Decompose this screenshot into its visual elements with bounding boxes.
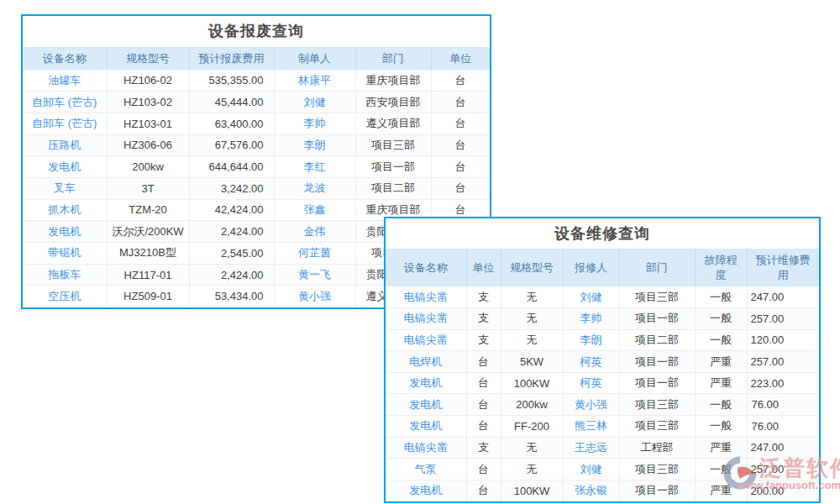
repair-cost-cell: 247.00 <box>747 437 819 459</box>
equipment-name-link[interactable]: 空压机 <box>23 286 107 307</box>
department-cell: 项目三部 <box>619 286 695 308</box>
spec-model-cell: 3T <box>107 177 189 199</box>
equipment-name-link[interactable]: 发电机 <box>386 394 466 416</box>
equipment-name-link[interactable]: 发电机 <box>23 156 107 178</box>
scrap-cost-cell: 3,242.00 <box>189 177 274 199</box>
unit-cell: 台 <box>466 394 501 416</box>
unit-cell: 台 <box>466 416 501 438</box>
creator-link[interactable]: 李朗 <box>274 134 355 156</box>
spec-model-cell: 200kw <box>501 394 563 416</box>
unit-cell: 台 <box>466 351 501 373</box>
table-row: 压路机HZ306-0667,576.00李朗项目三部台 <box>23 134 490 156</box>
repair-cost-cell: 257.00 <box>747 351 819 373</box>
creator-link[interactable]: 何芷茵 <box>274 243 355 265</box>
column-header-unit: 单位 <box>466 249 501 286</box>
creator-link[interactable]: 李红 <box>274 156 355 178</box>
equipment-name-link[interactable]: 发电机 <box>386 480 466 501</box>
repair-cost-cell: 76.00 <box>747 394 819 416</box>
column-header-equipment-name: 设备名称 <box>23 47 107 70</box>
creator-link[interactable]: 张鑫 <box>274 199 355 221</box>
scrap-cost-cell: 2,424.00 <box>189 221 274 243</box>
equipment-name-link[interactable]: 电焊机 <box>386 351 466 373</box>
scrap-header-row: 设备名称规格型号预计报废费用制单人部门单位 <box>23 47 490 70</box>
unit-cell: 台 <box>431 156 490 178</box>
equipment-name-link[interactable]: 电镐尖凿 <box>386 286 466 308</box>
equipment-name-link[interactable]: 电镐尖凿 <box>386 329 466 351</box>
equipment-name-link[interactable]: 发电机 <box>386 372 466 394</box>
repair-cost-cell: 257.00 <box>747 459 819 480</box>
equipment-name-link[interactable]: 发电机 <box>23 221 107 243</box>
department-cell: 工程部 <box>619 437 695 459</box>
department-cell: 遵义项目部 <box>355 113 431 134</box>
equipment-name-link[interactable]: 抓木机 <box>23 199 107 221</box>
spec-model-cell: 无 <box>501 437 563 459</box>
equipment-name-link[interactable]: 自卸车 (芒古) <box>23 92 107 113</box>
reporter-link[interactable]: 张永银 <box>563 480 619 501</box>
reporter-link[interactable]: 王志远 <box>563 437 619 459</box>
scrap-cost-cell: 2,424.00 <box>189 264 274 286</box>
spec-model-cell: FF-200 <box>501 416 563 438</box>
reporter-link[interactable]: 李帅 <box>563 308 619 330</box>
reporter-link[interactable]: 熊三林 <box>563 416 619 438</box>
table-row: 发电机台200kw黄小强项目三部一般76.00 <box>386 394 819 416</box>
scrap-cost-cell: 45,444.00 <box>189 92 274 113</box>
equipment-name-link[interactable]: 油罐车 <box>23 70 107 92</box>
reporter-link[interactable]: 柯英 <box>563 372 619 394</box>
equipment-name-link[interactable]: 压路机 <box>23 134 107 156</box>
table-row: 发电机台100KW张永银项目一部严重200.00 <box>386 480 819 501</box>
fault-level-cell: 一般 <box>695 286 747 308</box>
column-header-reporter: 报修人 <box>563 249 619 286</box>
unit-cell: 台 <box>466 372 501 394</box>
reporter-link[interactable]: 刘健 <box>563 286 619 308</box>
column-header-unit: 单位 <box>431 47 490 70</box>
equipment-name-link[interactable]: 电镐尖凿 <box>386 437 466 459</box>
unit-cell: 支 <box>466 308 501 330</box>
fault-level-cell: 严重 <box>695 372 747 394</box>
equipment-name-link[interactable]: 电镐尖凿 <box>386 308 466 330</box>
spec-model-cell: 200kw <box>107 156 189 178</box>
department-cell: 项目二部 <box>619 329 695 351</box>
creator-link[interactable]: 金伟 <box>274 221 355 243</box>
unit-cell: 台 <box>431 113 490 134</box>
department-cell: 项目三部 <box>619 459 695 480</box>
creator-link[interactable]: 林康平 <box>274 70 355 92</box>
page-canvas: 设备报废查询 设备名称规格型号预计报废费用制单人部门单位 油罐车HZ106-02… <box>0 0 840 504</box>
scrap-cost-cell: 67,576.00 <box>189 134 274 156</box>
unit-cell: 台 <box>431 134 490 156</box>
column-header-creator: 制单人 <box>274 47 355 70</box>
creator-link[interactable]: 李帅 <box>274 113 355 134</box>
fault-level-cell: 一般 <box>695 329 747 351</box>
reporter-link[interactable]: 柯英 <box>563 351 619 373</box>
equipment-name-link[interactable]: 拖板车 <box>23 264 107 286</box>
equipment-name-link[interactable]: 自卸车 (芒古) <box>23 113 107 134</box>
creator-link[interactable]: 黄小强 <box>274 286 355 307</box>
table-row: 电镐尖凿支无王志远工程部严重247.00 <box>386 437 819 459</box>
unit-cell: 台 <box>466 480 501 501</box>
reporter-link[interactable]: 黄小强 <box>563 394 619 416</box>
equipment-name-link[interactable]: 叉车 <box>23 177 107 199</box>
spec-model-cell: MJ3210B型 <box>107 243 189 265</box>
table-row: 电焊机台5KW柯英项目一部严重257.00 <box>386 351 819 373</box>
reporter-link[interactable]: 李朗 <box>563 329 619 351</box>
department-cell: 项目一部 <box>619 372 695 394</box>
spec-model-cell: HZ103-02 <box>107 92 189 113</box>
equipment-name-link[interactable]: 带锯机 <box>23 243 107 265</box>
fault-level-cell: 严重 <box>695 437 747 459</box>
creator-link[interactable]: 黄一飞 <box>274 264 355 286</box>
creator-link[interactable]: 刘健 <box>274 92 355 113</box>
spec-model-cell: HZ509-01 <box>107 286 189 307</box>
repair-cost-cell: 223.00 <box>747 372 819 394</box>
spec-model-cell: 无 <box>501 329 563 351</box>
creator-link[interactable]: 龙波 <box>274 177 355 199</box>
repair-cost-cell: 257.00 <box>747 308 819 330</box>
spec-model-cell: HZ106-02 <box>107 70 189 92</box>
spec-model-cell: 100KW <box>501 372 563 394</box>
equipment-name-link[interactable]: 发电机 <box>386 416 466 438</box>
reporter-link[interactable]: 刘健 <box>563 459 619 480</box>
repair-cost-cell: 200.00 <box>747 480 819 501</box>
scrap-cost-cell: 2,545.00 <box>189 243 274 265</box>
column-header-scrap-cost: 预计报废费用 <box>189 47 274 70</box>
equipment-name-link[interactable]: 气泵 <box>386 459 466 480</box>
department-cell: 项目三部 <box>355 134 431 156</box>
column-header-spec-model: 规格型号 <box>501 249 563 286</box>
